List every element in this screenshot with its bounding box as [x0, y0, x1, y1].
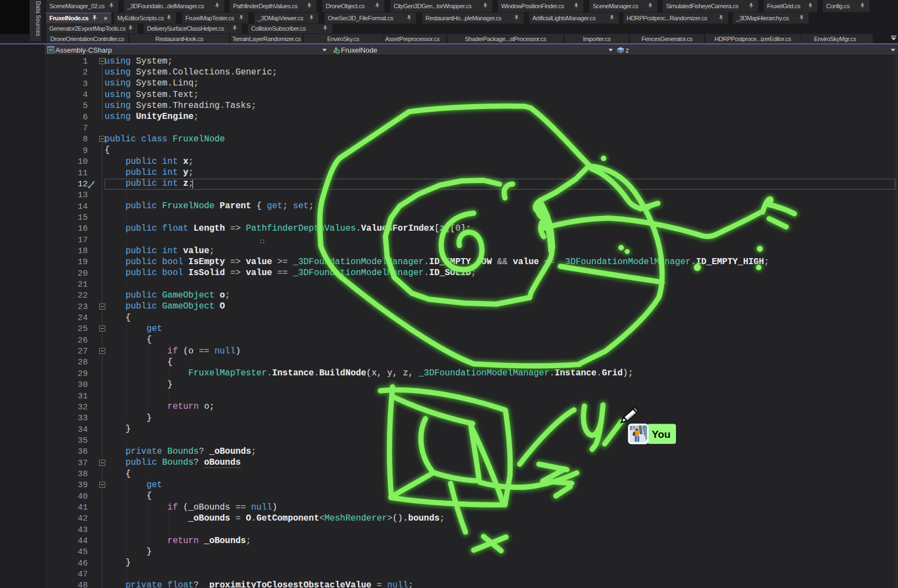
- svg-text:You: You: [652, 429, 670, 440]
